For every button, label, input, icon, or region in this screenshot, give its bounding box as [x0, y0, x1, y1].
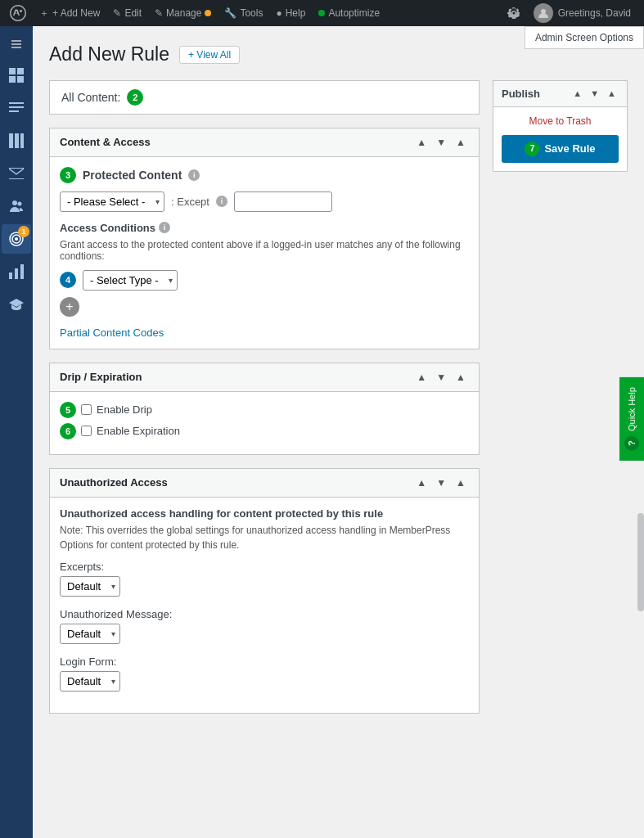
side-column: Publish ▲ ▼ ▲ Move to Trash 7 Save Rule	[493, 80, 628, 172]
login-form-select[interactable]: Default	[60, 671, 120, 692]
drip-collapse-toggle[interactable]: ▲	[453, 370, 469, 385]
sidebar-item-graduation[interactable]	[2, 290, 31, 319]
svg-marker-22	[9, 299, 24, 307]
svg-rect-20	[15, 268, 18, 279]
sidebar-item-dashboard[interactable]	[2, 61, 31, 90]
sidebar-item-posts[interactable]	[2, 93, 31, 123]
add-new-label: + Add New	[52, 7, 100, 19]
unauth-collapse-toggle[interactable]: ▲	[453, 475, 469, 490]
settings-button[interactable]	[501, 0, 527, 26]
except-input[interactable]	[234, 191, 332, 212]
excerpts-select[interactable]: Default	[60, 576, 120, 597]
publish-body: Move to Trash 7 Save Rule	[493, 107, 627, 171]
excerpts-label: Excerpts:	[60, 561, 469, 573]
main-column: All Content: 2 Content & Access ▲ ▼ ▲ 3	[49, 80, 480, 727]
collapse-up-button[interactable]: ▲	[413, 135, 430, 150]
svg-rect-19	[9, 273, 12, 279]
collapse-down-button[interactable]: ▼	[433, 135, 449, 150]
svg-rect-8	[9, 102, 24, 104]
svg-rect-13	[20, 133, 24, 148]
protected-content-info-icon[interactable]: i	[188, 169, 200, 181]
unauth-collapse-up[interactable]: ▲	[413, 475, 430, 490]
drip-collapse-down[interactable]: ▼	[433, 370, 449, 385]
condition-type-select[interactable]: - Select Type -	[83, 270, 178, 291]
enable-drip-label: Enable Drip	[97, 403, 152, 416]
sidebar-item-members[interactable]	[2, 191, 31, 221]
publish-collapse-toggle[interactable]: ▲	[605, 88, 619, 99]
except-info-icon[interactable]: i	[216, 196, 227, 207]
wp-logo[interactable]	[7, 2, 29, 25]
login-form-label: Login Form:	[60, 656, 469, 668]
step-5-badge: 5	[60, 402, 76, 418]
collapse-toggle-button[interactable]: ▲	[453, 135, 469, 150]
enable-expiration-row: 6 Enable Expiration	[60, 423, 469, 439]
view-all-button[interactable]: + View All	[179, 46, 240, 64]
save-rule-button[interactable]: 7 Save Rule	[502, 135, 619, 163]
svg-point-15	[18, 202, 22, 206]
user-avatar-area[interactable]: Greetings, David	[527, 3, 637, 23]
svg-rect-2	[11, 43, 21, 45]
svg-rect-7	[17, 76, 24, 83]
help-menu-item[interactable]: ● Help	[269, 0, 312, 26]
content-access-controls: ▲ ▼ ▲	[413, 135, 469, 150]
sidebar-item-email[interactable]	[2, 159, 31, 188]
target-badge: 1	[18, 226, 29, 237]
publish-collapse-down[interactable]: ▼	[588, 88, 601, 99]
svg-rect-11	[9, 133, 13, 148]
enable-expiration-checkbox[interactable]	[81, 426, 92, 436]
access-conditions-title-text: Access Conditions	[60, 222, 155, 234]
add-new-menu-item[interactable]: ＋ + Add New	[33, 0, 106, 26]
page-title: Add New Rule	[49, 43, 169, 67]
drip-expiration-title: Drip / Expiration	[60, 371, 142, 383]
move-to-trash-link[interactable]: Move to Trash	[502, 115, 619, 127]
tools-menu-item[interactable]: 🔧 Tools	[218, 0, 269, 26]
save-rule-label: Save Rule	[544, 142, 595, 155]
all-content-label: All Content:	[61, 91, 120, 104]
add-condition-button[interactable]: +	[60, 297, 79, 317]
publish-collapse-up[interactable]: ▲	[570, 88, 584, 99]
edit-menu-item[interactable]: ✎ Edit	[106, 0, 148, 26]
unauthorized-access-header: Unauthorized Access ▲ ▼ ▲	[50, 469, 479, 498]
sidebar-toggle[interactable]	[2, 33, 31, 56]
unauth-collapse-down[interactable]: ▼	[433, 475, 449, 490]
screen-options-label[interactable]: Admin Screen Options	[525, 26, 644, 49]
sidebar-item-analytics[interactable]	[2, 257, 31, 286]
unauthorized-message-select[interactable]: Default	[60, 624, 120, 644]
drip-collapse-up[interactable]: ▲	[413, 370, 430, 385]
protected-content-section: 3 Protected Content i	[60, 167, 469, 183]
help-label: Help	[286, 7, 306, 19]
drip-expiration-body: 5 Enable Drip 6 Enable Expiration	[50, 392, 479, 454]
scrollbar-thumb[interactable]	[637, 513, 644, 611]
publish-title: Publish	[502, 88, 540, 100]
unauthorized-access-controls: ▲ ▼ ▲	[413, 475, 469, 490]
svg-point-18	[15, 237, 18, 241]
all-content-badge: 2	[127, 89, 143, 106]
tools-label: Tools	[240, 7, 263, 19]
drip-expiration-header: Drip / Expiration ▲ ▼ ▲	[50, 363, 479, 392]
edit-label: Edit	[124, 7, 142, 19]
content-access-body: 3 Protected Content i - Please Select - …	[50, 157, 479, 349]
plus-icon: ＋	[39, 7, 49, 20]
protected-content-select[interactable]: - Please Select -	[60, 191, 164, 212]
svg-rect-5	[17, 68, 24, 74]
quick-help-tab[interactable]: ? Quick Help	[619, 377, 644, 461]
content-access-header: Content & Access ▲ ▼ ▲	[50, 128, 479, 157]
sidebar-item-grid[interactable]	[2, 126, 31, 155]
autoptimize-menu-item[interactable]: Autoptimize	[312, 0, 386, 26]
enable-drip-checkbox[interactable]	[81, 404, 92, 415]
protected-content-select-wrap: - Please Select -	[60, 191, 164, 212]
svg-rect-3	[11, 47, 21, 48]
sidebar: 1	[0, 26, 33, 838]
step-6-badge: 6	[60, 423, 76, 439]
protected-content-select-row: - Please Select - : Except i	[60, 191, 469, 212]
partial-content-codes-link[interactable]: Partial Content Codes	[60, 327, 469, 339]
access-conditions-info-icon[interactable]: i	[159, 222, 170, 233]
quick-help-label: Quick Help	[627, 387, 637, 431]
publish-box: Publish ▲ ▼ ▲ Move to Trash 7 Save Rule	[493, 80, 628, 172]
content-access-metabox: Content & Access ▲ ▼ ▲ 3 Protected Conte…	[49, 128, 480, 349]
manage-menu-item[interactable]: ✎ Manage	[148, 0, 218, 26]
sidebar-item-target[interactable]: 1	[2, 224, 31, 254]
svg-rect-10	[9, 110, 19, 112]
main-content: Add New Rule + View All All Content: 2 C…	[33, 26, 644, 838]
svg-rect-9	[9, 106, 24, 108]
